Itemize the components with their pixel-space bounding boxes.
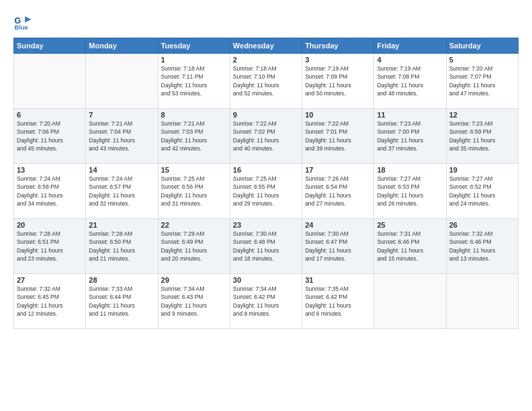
day-info: Sunrise: 7:26 AM Sunset: 6:54 PM Dayligh…	[305, 175, 371, 208]
calendar-table: SundayMondayTuesdayWednesdayThursdayFrid…	[13, 38, 519, 329]
calendar-cell	[446, 274, 518, 329]
day-number: 19	[449, 166, 515, 174]
col-header-sunday: Sunday	[14, 38, 86, 54]
calendar-cell: 14Sunrise: 7:24 AM Sunset: 6:57 PM Dayli…	[86, 164, 158, 219]
day-number: 12	[449, 111, 515, 119]
day-info: Sunrise: 7:22 AM Sunset: 7:02 PM Dayligh…	[233, 120, 299, 152]
calendar-week-5: 27Sunrise: 7:32 AM Sunset: 6:45 PM Dayli…	[14, 274, 519, 329]
calendar-cell: 22Sunrise: 7:29 AM Sunset: 6:49 PM Dayli…	[158, 219, 230, 274]
calendar-cell: 29Sunrise: 7:34 AM Sunset: 6:43 PM Dayli…	[158, 274, 230, 329]
calendar-cell: 26Sunrise: 7:32 AM Sunset: 6:46 PM Dayli…	[446, 219, 518, 274]
day-number: 10	[305, 111, 371, 119]
day-number: 26	[449, 221, 515, 229]
day-number: 9	[233, 111, 299, 119]
day-info: Sunrise: 7:28 AM Sunset: 6:50 PM Dayligh…	[89, 230, 154, 263]
calendar-cell: 20Sunrise: 7:28 AM Sunset: 6:51 PM Dayli…	[14, 219, 86, 274]
day-number: 23	[233, 221, 299, 229]
logo-icon: G Blue	[13, 12, 32, 31]
calendar-cell: 8Sunrise: 7:21 AM Sunset: 7:03 PM Daylig…	[158, 109, 230, 164]
calendar-cell: 6Sunrise: 7:20 AM Sunset: 7:06 PM Daylig…	[14, 109, 86, 164]
calendar-cell: 15Sunrise: 7:25 AM Sunset: 6:56 PM Dayli…	[158, 164, 230, 219]
day-info: Sunrise: 7:29 AM Sunset: 6:49 PM Dayligh…	[161, 230, 227, 263]
calendar-cell: 11Sunrise: 7:23 AM Sunset: 7:00 PM Dayli…	[374, 109, 446, 164]
day-number: 18	[377, 166, 443, 174]
day-number: 20	[17, 221, 83, 229]
col-header-friday: Friday	[374, 38, 446, 54]
calendar-cell: 28Sunrise: 7:33 AM Sunset: 6:44 PM Dayli…	[86, 274, 158, 329]
day-number: 17	[305, 166, 371, 174]
calendar-cell	[86, 54, 158, 109]
day-info: Sunrise: 7:18 AM Sunset: 7:10 PM Dayligh…	[233, 64, 299, 97]
day-info: Sunrise: 7:19 AM Sunset: 7:09 PM Dayligh…	[305, 64, 371, 97]
day-info: Sunrise: 7:23 AM Sunset: 6:59 PM Dayligh…	[449, 120, 515, 152]
calendar-cell: 17Sunrise: 7:26 AM Sunset: 6:54 PM Dayli…	[302, 164, 374, 219]
day-info: Sunrise: 7:34 AM Sunset: 6:43 PM Dayligh…	[161, 285, 227, 318]
day-number: 4	[377, 56, 443, 64]
calendar-cell: 31Sunrise: 7:35 AM Sunset: 6:42 PM Dayli…	[302, 274, 374, 329]
day-number: 8	[161, 111, 227, 119]
calendar-week-4: 20Sunrise: 7:28 AM Sunset: 6:51 PM Dayli…	[14, 219, 519, 274]
col-header-monday: Monday	[86, 38, 158, 54]
calendar-header-row: SundayMondayTuesdayWednesdayThursdayFrid…	[14, 38, 519, 54]
calendar-cell	[374, 274, 446, 329]
day-number: 22	[161, 221, 227, 229]
svg-text:Blue: Blue	[15, 24, 28, 31]
calendar-cell: 18Sunrise: 7:27 AM Sunset: 6:53 PM Dayli…	[374, 164, 446, 219]
calendar-cell: 3Sunrise: 7:19 AM Sunset: 7:09 PM Daylig…	[302, 54, 374, 109]
day-info: Sunrise: 7:28 AM Sunset: 6:51 PM Dayligh…	[17, 230, 83, 263]
day-number: 2	[233, 56, 299, 64]
day-info: Sunrise: 7:20 AM Sunset: 7:07 PM Dayligh…	[449, 64, 515, 97]
col-header-wednesday: Wednesday	[230, 38, 302, 54]
day-info: Sunrise: 7:31 AM Sunset: 6:46 PM Dayligh…	[377, 230, 443, 263]
day-info: Sunrise: 7:21 AM Sunset: 7:03 PM Dayligh…	[161, 120, 227, 152]
day-info: Sunrise: 7:27 AM Sunset: 6:52 PM Dayligh…	[449, 175, 515, 208]
day-info: Sunrise: 7:24 AM Sunset: 6:58 PM Dayligh…	[17, 175, 83, 208]
day-number: 7	[89, 111, 154, 119]
day-number: 14	[89, 166, 154, 174]
day-info: Sunrise: 7:35 AM Sunset: 6:42 PM Dayligh…	[305, 285, 371, 318]
day-info: Sunrise: 7:24 AM Sunset: 6:57 PM Dayligh…	[89, 175, 154, 208]
day-info: Sunrise: 7:32 AM Sunset: 6:46 PM Dayligh…	[449, 230, 515, 263]
day-number: 1	[161, 56, 227, 64]
calendar-cell: 5Sunrise: 7:20 AM Sunset: 7:07 PM Daylig…	[446, 54, 518, 109]
svg-marker-1	[25, 16, 31, 22]
day-info: Sunrise: 7:20 AM Sunset: 7:06 PM Dayligh…	[17, 120, 83, 152]
day-info: Sunrise: 7:34 AM Sunset: 6:42 PM Dayligh…	[233, 285, 299, 318]
day-number: 25	[377, 221, 443, 229]
logo: G Blue	[13, 12, 34, 31]
day-info: Sunrise: 7:23 AM Sunset: 7:00 PM Dayligh…	[377, 120, 443, 152]
calendar-cell: 21Sunrise: 7:28 AM Sunset: 6:50 PM Dayli…	[86, 219, 158, 274]
calendar-cell: 13Sunrise: 7:24 AM Sunset: 6:58 PM Dayli…	[14, 164, 86, 219]
day-number: 27	[17, 276, 83, 284]
day-info: Sunrise: 7:30 AM Sunset: 6:47 PM Dayligh…	[305, 230, 371, 263]
day-number: 5	[449, 56, 515, 64]
calendar-cell: 2Sunrise: 7:18 AM Sunset: 7:10 PM Daylig…	[230, 54, 302, 109]
day-number: 29	[161, 276, 227, 284]
day-info: Sunrise: 7:21 AM Sunset: 7:04 PM Dayligh…	[89, 120, 154, 152]
col-header-saturday: Saturday	[446, 38, 518, 54]
day-info: Sunrise: 7:19 AM Sunset: 7:08 PM Dayligh…	[377, 64, 443, 97]
day-number: 6	[17, 111, 83, 119]
calendar-week-3: 13Sunrise: 7:24 AM Sunset: 6:58 PM Dayli…	[14, 164, 519, 219]
day-number: 31	[305, 276, 371, 284]
day-info: Sunrise: 7:32 AM Sunset: 6:45 PM Dayligh…	[17, 285, 83, 318]
day-info: Sunrise: 7:27 AM Sunset: 6:53 PM Dayligh…	[377, 175, 443, 208]
day-info: Sunrise: 7:25 AM Sunset: 6:55 PM Dayligh…	[233, 175, 299, 208]
day-number: 13	[17, 166, 83, 174]
col-header-tuesday: Tuesday	[158, 38, 230, 54]
calendar-cell: 4Sunrise: 7:19 AM Sunset: 7:08 PM Daylig…	[374, 54, 446, 109]
day-number: 16	[233, 166, 299, 174]
calendar-week-2: 6Sunrise: 7:20 AM Sunset: 7:06 PM Daylig…	[14, 109, 519, 164]
calendar-cell: 25Sunrise: 7:31 AM Sunset: 6:46 PM Dayli…	[374, 219, 446, 274]
day-info: Sunrise: 7:30 AM Sunset: 6:48 PM Dayligh…	[233, 230, 299, 263]
day-info: Sunrise: 7:33 AM Sunset: 6:44 PM Dayligh…	[89, 285, 154, 318]
day-number: 30	[233, 276, 299, 284]
calendar-cell: 19Sunrise: 7:27 AM Sunset: 6:52 PM Dayli…	[446, 164, 518, 219]
calendar-cell: 7Sunrise: 7:21 AM Sunset: 7:04 PM Daylig…	[86, 109, 158, 164]
day-info: Sunrise: 7:22 AM Sunset: 7:01 PM Dayligh…	[305, 120, 371, 152]
calendar-cell: 12Sunrise: 7:23 AM Sunset: 6:59 PM Dayli…	[446, 109, 518, 164]
calendar-cell: 30Sunrise: 7:34 AM Sunset: 6:42 PM Dayli…	[230, 274, 302, 329]
day-number: 3	[305, 56, 371, 64]
calendar-cell: 24Sunrise: 7:30 AM Sunset: 6:47 PM Dayli…	[302, 219, 374, 274]
calendar-cell: 27Sunrise: 7:32 AM Sunset: 6:45 PM Dayli…	[14, 274, 86, 329]
